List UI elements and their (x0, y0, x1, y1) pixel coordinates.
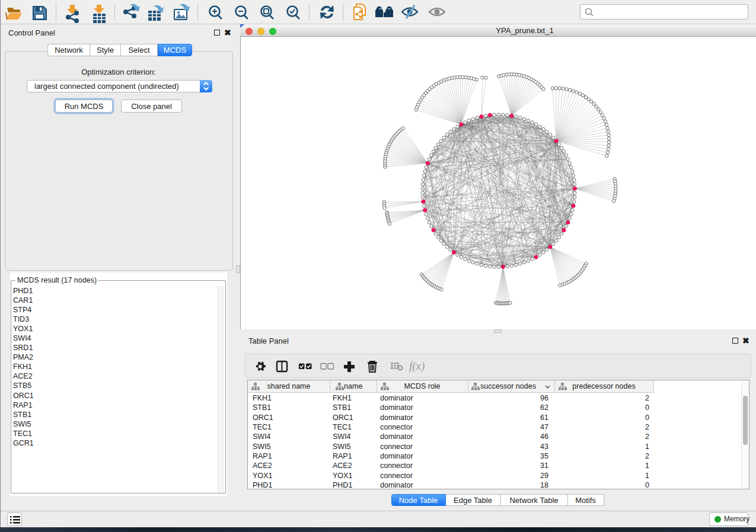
svg-text:f(x): f(x) (409, 360, 425, 373)
